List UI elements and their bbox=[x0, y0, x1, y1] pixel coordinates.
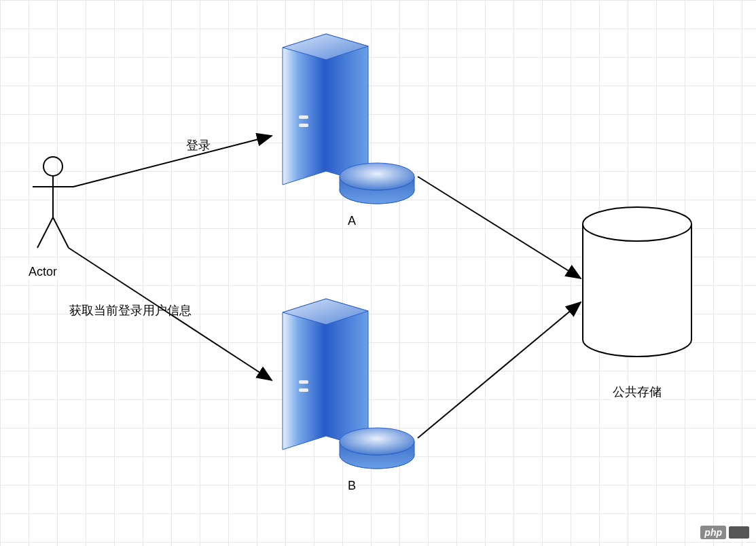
svg-point-18 bbox=[340, 428, 414, 455]
server-b-icon bbox=[283, 299, 414, 469]
svg-point-11 bbox=[340, 163, 414, 190]
arrow-a-to-db bbox=[418, 177, 581, 278]
server-a-icon bbox=[283, 34, 414, 204]
svg-rect-15 bbox=[299, 380, 308, 384]
arrow-actor-to-b bbox=[69, 248, 272, 380]
svg-rect-8 bbox=[299, 115, 308, 119]
actor-icon bbox=[33, 157, 73, 248]
watermark: php bbox=[700, 526, 749, 539]
svg-line-4 bbox=[53, 217, 69, 248]
svg-rect-9 bbox=[299, 124, 308, 127]
svg-line-3 bbox=[37, 217, 53, 248]
diagram-canvas bbox=[0, 0, 756, 546]
database-icon bbox=[583, 207, 691, 357]
arrow-actor-to-a bbox=[73, 136, 272, 187]
svg-point-0 bbox=[43, 157, 62, 176]
svg-point-19 bbox=[583, 207, 691, 241]
svg-rect-16 bbox=[299, 388, 308, 392]
watermark-badge: php bbox=[700, 526, 726, 539]
watermark-tail bbox=[729, 526, 749, 539]
arrow-b-to-db bbox=[418, 302, 581, 438]
